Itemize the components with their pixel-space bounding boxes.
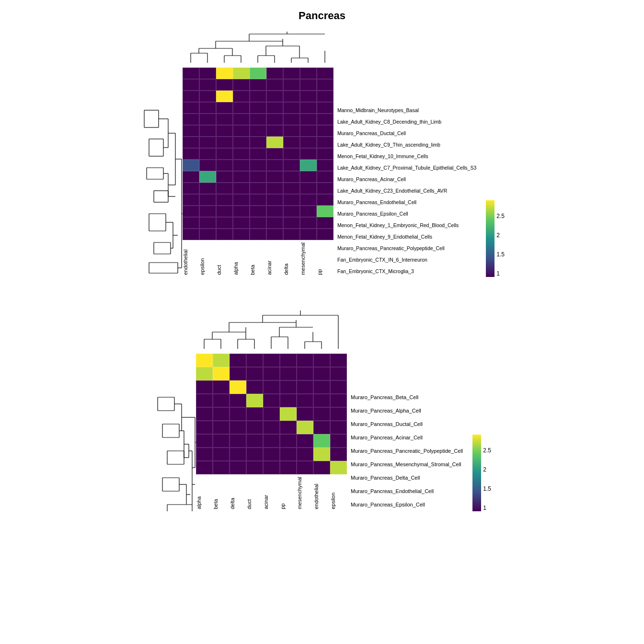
heatmap-cell [330, 434, 347, 448]
heatmap-cell [233, 194, 250, 206]
heatmap-cell [246, 367, 263, 380]
row-label: Muraro_Pancreas_Epsilon_Cell [351, 498, 463, 511]
row-label: Muraro_Pancreas_Acinar_Cell [351, 431, 463, 444]
heatmap-cell [250, 194, 266, 206]
heatmap-cell [313, 394, 330, 407]
heatmap-cell [230, 461, 246, 474]
heatmap-cell [283, 148, 300, 160]
heatmap-cell [199, 68, 216, 79]
row-dendrogram-2 [153, 391, 196, 511]
heatmap-cell [230, 354, 246, 367]
heatmap-cell [317, 194, 334, 206]
colorbar-mid2-1: 2 [496, 232, 505, 239]
row-label: Muraro_Pancreas_Delta_Cell [351, 471, 463, 484]
heatmap-cell [199, 217, 216, 229]
heatmap-cell [250, 171, 266, 183]
heatmap-cell [196, 367, 213, 380]
col-labels-1: endothelialepsilonductalphabetaacinardel… [183, 242, 334, 277]
heatmap-cell [233, 229, 250, 240]
row-label: Menon_Fetal_Kidney_9_Endothelial_Cells [337, 231, 476, 242]
heatmap-cell [233, 68, 250, 79]
heatmap-cell [230, 448, 246, 461]
heatmap-cell [199, 91, 216, 102]
heatmap-cell [300, 125, 317, 137]
col-label: mesenchymal [300, 242, 317, 277]
heatmap-cell [250, 137, 266, 148]
heatmap-cell [216, 137, 233, 148]
heatmap-cell [283, 125, 300, 137]
heatmap-cell [199, 148, 216, 160]
row-label: Muraro_Pancreas_Endothelial_Cell [351, 484, 463, 498]
heatmap-cell [300, 194, 317, 206]
row-label: Muraro_Pancreas_Pancreatic_Polypeptide_C… [337, 242, 476, 254]
heatmap-cell [283, 91, 300, 102]
heatmap-cell [246, 380, 263, 394]
heatmap-cell [199, 160, 216, 171]
heatmap-cell [313, 421, 330, 434]
heatmap-cell [216, 148, 233, 160]
colorbar-1: 2.5 2 1.5 1 [486, 200, 505, 277]
heatmap-cell [266, 137, 283, 148]
heatmap-cell [280, 434, 297, 448]
heatmap-cell [216, 160, 233, 171]
heatmap-cell [183, 79, 199, 91]
row-label: Fan_Embryonic_CTX_IN_6_Interneuron [337, 254, 476, 265]
heatmap-cell [233, 160, 250, 171]
heatmap-cell [183, 229, 199, 240]
heatmap-cell [233, 171, 250, 183]
heatmap-cell [230, 407, 246, 421]
heatmap-cell [199, 137, 216, 148]
heatmap-grid-2 [196, 354, 347, 474]
heatmap-cell [250, 183, 266, 194]
heatmap-cell [317, 160, 334, 171]
heatmap-cell [283, 137, 300, 148]
heatmap-cell [266, 217, 283, 229]
col-label: endothelial [183, 242, 199, 277]
heatmap-cell [196, 380, 213, 394]
col-label: duct [246, 477, 263, 511]
heatmap-cell [317, 206, 334, 217]
col-labels-2: alphabetadeltaductacinarppmesenchymalend… [196, 477, 347, 511]
heatmap-cell [300, 79, 317, 91]
heatmap-cell [196, 354, 213, 367]
panel-1: endothelialepsilonductalphabetaacinardel… [139, 29, 505, 277]
heatmap-cell [266, 206, 283, 217]
row-label: Menon_Fetal_Kidney_1_Embryonic_Red_Blood… [337, 219, 476, 231]
row-label: Menon_Fetal_Kidney_10_Immune_Cells [337, 150, 476, 162]
colorbar-min-2: 1 [483, 505, 491, 511]
heatmap-cell [196, 407, 213, 421]
heatmap-cell [183, 160, 199, 171]
col-label: mesenchymal [297, 477, 313, 511]
heatmap-cell [233, 91, 250, 102]
heatmap-cell [213, 448, 230, 461]
heatmap-cell [196, 434, 213, 448]
colorbar-mid1-1: 1.5 [496, 251, 505, 258]
col-label: alpha [196, 477, 213, 511]
heatmap-cell [300, 148, 317, 160]
heatmap-cell [199, 79, 216, 91]
heatmap-cell [233, 183, 250, 194]
heatmap-cell [216, 229, 233, 240]
heatmap-cell [280, 448, 297, 461]
colorbar-min-1: 1 [496, 270, 505, 277]
row-label: Muraro_Pancreas_Epsilon_Cell [337, 208, 476, 219]
heatmap-cell [283, 229, 300, 240]
heatmap-cell [213, 367, 230, 380]
heatmap-grid-1 [183, 68, 334, 240]
heatmap-cell [196, 421, 213, 434]
heatmap-cell [317, 114, 334, 125]
page-title: Pancreas [299, 10, 345, 22]
heatmap-cell [300, 183, 317, 194]
colorbar-mid3-2: 2.5 [483, 447, 491, 454]
col-label: beta [213, 477, 230, 511]
heatmap-cell [313, 448, 330, 461]
col-dendrogram-2 [196, 306, 347, 354]
col-label: epsilon [199, 242, 216, 277]
heatmap-cell [199, 183, 216, 194]
row-label: Muraro_Pancreas_Ductal_Cell [351, 417, 463, 431]
heatmap-cell [233, 206, 250, 217]
heatmap-cell [250, 125, 266, 137]
row-labels-2: Muraro_Pancreas_Beta_CellMuraro_Pancreas… [347, 391, 463, 511]
heatmap-cell [196, 448, 213, 461]
row-label: Muraro_Pancreas_Ductal_Cell [337, 127, 476, 139]
